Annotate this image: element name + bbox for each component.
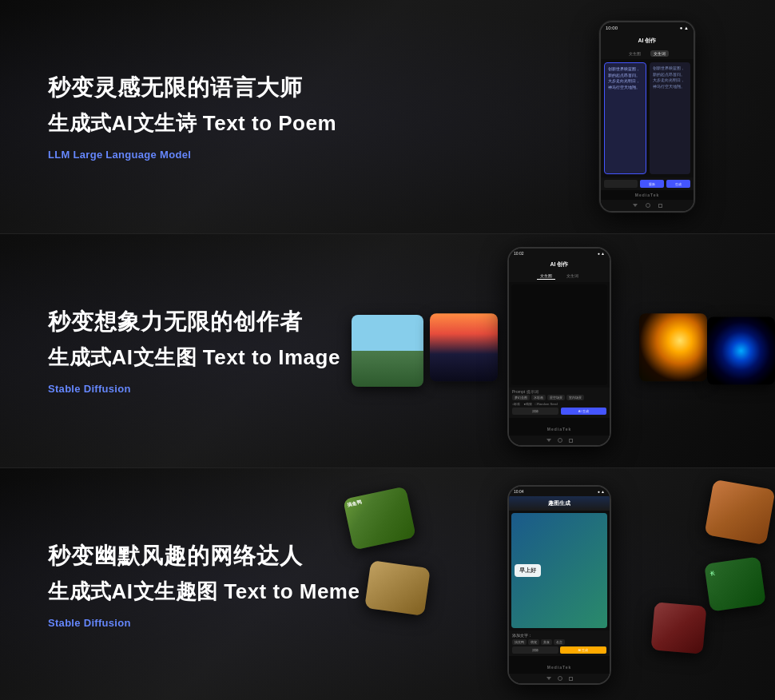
phone-signal-1: ● ▲: [680, 26, 689, 30]
phone-nav-1: [601, 200, 694, 211]
phone-2-image-area: [511, 284, 607, 385]
title-en-3: 生成式AI文生趣图 Text to Meme: [48, 578, 360, 606]
phone-3-time: 10:04: [514, 489, 524, 494]
phone-tab-1a: 文生图: [626, 50, 644, 57]
nav-home-1: [646, 203, 650, 208]
phone-2-tabs: 文生图 文生词: [509, 271, 610, 282]
nav-back-2: [546, 439, 551, 442]
ai-img-3: [639, 313, 707, 381]
phone-content-1: 创新世界映蓝图， 新的起点昂首问。 大步走向光明日， 神马行空天地翔。 创新世界…: [601, 59, 694, 177]
phone-2-time: 10:02: [514, 251, 524, 256]
phone-3-status: 10:04 ● ▲: [509, 487, 610, 496]
poem-box-right: 创新世界映蓝图， 新的起点昂首问。 大步走向光明日， 神马行空天地翔。: [650, 62, 690, 174]
meme-card-3: [705, 479, 775, 545]
tag1: 搞笑鸭: [512, 639, 527, 645]
scene-3: 搞鱼鸭 10:04 ● ▲ 趣图生成 早上: [344, 468, 775, 700]
phone-2-title: AI 创作: [512, 261, 606, 268]
title-zh-3: 秒变幽默风趣的网络达人: [48, 541, 360, 571]
title-zh-2: 秒变想象力无限的创作者: [48, 307, 340, 337]
phone-3-signal: ● ▲: [598, 489, 605, 494]
nav-home-2: [558, 438, 562, 443]
section-meme: 秒变幽默风趣的网络达人 生成式AI文生趣图 Text to Meme Stabl…: [0, 468, 775, 700]
title-en-1: 生成式AI文生诗 Text to Poem: [48, 109, 336, 137]
section-image: 秒变想象力无限的创作者 生成式AI文生图 Text to Image Stabl…: [0, 234, 775, 467]
p3-clear-btn[interactable]: 清除: [512, 646, 558, 654]
p2-buttons: 清除 AI 生成: [512, 408, 606, 415]
phone-header-1: AI 创作: [601, 34, 694, 48]
phone-2-header: AI 创作: [509, 258, 610, 271]
badge-2: Stable Diffusion: [48, 383, 340, 395]
badge-1: LLM Large Language Model: [48, 149, 336, 161]
scene-2: 10:02 ● ▲ AI 创作 文生图 文生词 Prompt 提示词 梦: [344, 234, 775, 467]
text-area-2: 秒变想象力无限的创作者 生成式AI文生图 Text to Image Stabl…: [48, 307, 340, 395]
ai-img-1: [352, 315, 423, 387]
phone-mockup-1: 10:00 ● ▲ AI 创作 文生图 文生词 创新世界映蓝图， 新的起点昂首问…: [599, 21, 695, 213]
p2-chips: 梦幻圣图 水彩画 星空场景 室内场景: [512, 395, 606, 400]
phone-3-nav: [509, 674, 610, 683]
option1: ○标准: [512, 402, 520, 406]
phone-mockup-3: 10:04 ● ▲ 趣图生成 早上好 添加文字：: [507, 485, 611, 685]
nav-back-3: [546, 677, 551, 680]
phone-2-nav: [509, 436, 610, 445]
nav-recent-3: [569, 677, 573, 681]
phone-2-prompt: Prompt 提示词 梦幻圣图 水彩画 星空场景 室内场景 ○标准 ●精致 □R…: [509, 388, 610, 418]
poem-box-left: 创新世界映蓝图， 新的起点昂首问。 大步走向光明日， 神马行空天地翔。: [604, 62, 646, 174]
p3-input-label: 添加文字：: [512, 633, 606, 638]
tag4: 名言: [554, 639, 565, 645]
nav-recent-2: [569, 439, 573, 443]
chip2: 水彩画: [531, 395, 546, 400]
title-zh-1: 秒变灵感无限的语言大师: [48, 73, 336, 103]
phone-3-input: 添加文字： 搞笑鸭 萌宠 美食 名言 清除 AI 生成: [509, 630, 610, 656]
mediatek-3: MediaTek: [547, 665, 571, 670]
mediatek-logo-1: MediaTek: [603, 193, 691, 197]
chip4: 室内场景: [566, 395, 584, 400]
phone-footer-1: MediaTek: [601, 190, 694, 200]
phone-2-tab2: 文生词: [563, 272, 582, 280]
p3-actions: 清除 AI 生成: [512, 646, 606, 654]
chip1: 梦幻圣图: [512, 395, 530, 400]
option3: □Random Seed: [535, 402, 558, 406]
p3-tags: 搞笑鸭 萌宠 美食 名言: [512, 639, 606, 645]
ai-img-4: [707, 317, 775, 385]
badge-3: Stable Diffusion: [48, 617, 360, 629]
p2-options: ○标准 ●精致 □Random Seed: [512, 402, 606, 406]
meme-card-2: [364, 560, 431, 616]
phone-3-footer: MediaTek: [509, 656, 610, 674]
p2-generate-btn[interactable]: AI 生成: [561, 408, 607, 415]
phone-2-signal: ● ▲: [598, 251, 605, 256]
nav-home-3: [558, 676, 562, 681]
meme-card-5: [651, 602, 707, 654]
phone-2-footer: MediaTek: [509, 418, 610, 436]
poem-text-right: 创新世界映蓝图， 新的起点昂首问。 大步走向光明日， 神马行空天地翔。: [653, 66, 687, 89]
phone-2-status: 10:02 ● ▲: [509, 249, 610, 258]
meme-card-4: 长: [704, 556, 766, 611]
mediatek-2: MediaTek: [547, 427, 571, 432]
text-area-3: 秒变幽默风趣的网络达人 生成式AI文生趣图 Text to Meme Stabl…: [48, 541, 360, 629]
phone-status-bar-1: 10:00 ● ▲: [601, 22, 694, 34]
phone-3-title: 趣图生成: [512, 499, 606, 507]
tag3: 美食: [541, 639, 552, 645]
ai-img-2: [430, 313, 498, 381]
section-poem: 秒变灵感无限的语言大师 生成式AI文生诗 Text to Poem LLM La…: [0, 0, 775, 233]
phone-tab-1b: 文生词: [650, 50, 669, 57]
poem-text-left: 创新世界映蓝图， 新的起点昂首问。 大步走向光明日， 神马行空天地翔。: [608, 66, 642, 90]
title-en-2: 生成式AI文生图 Text to Image: [48, 344, 340, 372]
chip3: 星空场景: [547, 395, 565, 400]
greeting-text: 早上好: [515, 564, 541, 577]
text-area-1: 秒变灵感无限的语言大师 生成式AI文生诗 Text to Poem LLM La…: [48, 73, 336, 161]
option2: ●精致: [523, 402, 531, 406]
nav-back-1: [633, 204, 638, 207]
phone-time-1: 10:00: [606, 26, 618, 30]
phone-title-1: AI 创作: [604, 37, 690, 45]
phone-mockup-2: 10:02 ● ▲ AI 创作 文生图 文生词 Prompt 提示词 梦: [507, 247, 611, 447]
tag2: 萌宠: [528, 639, 539, 645]
phone-2-tab1: 文生图: [537, 272, 555, 280]
prompt-label: Prompt 提示词: [512, 389, 606, 394]
phone-tabs-1: 文生图 文生词: [601, 48, 694, 59]
p3-generate-btn[interactable]: AI 生成: [560, 646, 606, 654]
p2-clear-btn[interactable]: 清除: [512, 408, 558, 415]
nav-recent-1: [658, 204, 662, 208]
phone-3-header: 趣图生成: [509, 496, 610, 511]
